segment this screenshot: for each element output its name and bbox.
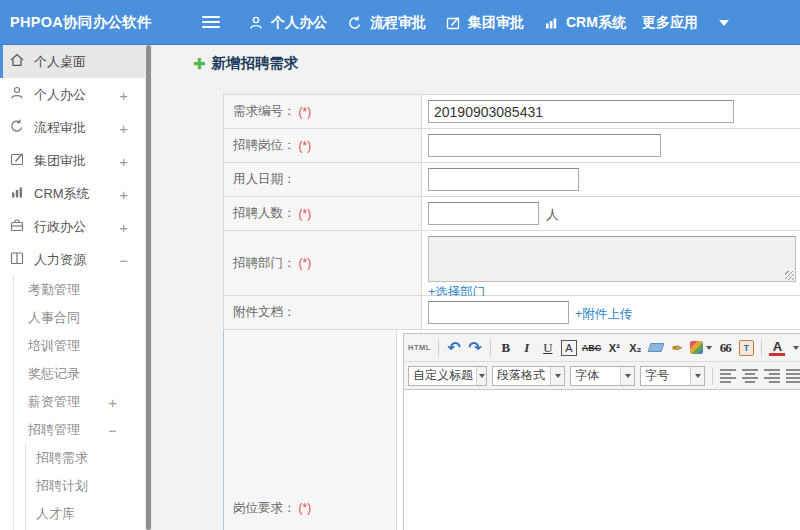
sidebar-item-hr-contract[interactable]: 人事合同 [0, 304, 145, 332]
topnav-group-approval[interactable]: 集团审批 [445, 0, 524, 45]
sidebar-item-label: 考勤管理 [28, 281, 80, 299]
user-icon [9, 85, 25, 104]
attachment-upload-link[interactable]: +附件上传 [575, 307, 632, 321]
field-label: 招聘部门： (*) [224, 231, 422, 295]
chart-icon [543, 15, 559, 31]
paste-button[interactable]: T [738, 338, 754, 358]
form-row-position: 招聘岗位： (*) [223, 129, 800, 163]
hamburger-menu-icon[interactable] [202, 16, 220, 29]
sidebar-scrollbar-thumb[interactable] [146, 45, 151, 530]
font-style-button[interactable]: A [561, 340, 577, 356]
sidebar-item-recruit-plan[interactable]: 招聘计划 [0, 472, 145, 500]
chevron-down-icon [476, 367, 486, 385]
italic-button[interactable]: I [519, 338, 535, 358]
align-justify-icon[interactable] [786, 369, 800, 383]
font-family-dropdown[interactable]: 字体 [570, 366, 635, 386]
superscript-button[interactable]: X² [606, 338, 622, 358]
sidebar-item-group-approval[interactable]: 集团审批 + [0, 144, 145, 177]
top-bar: PHPOA协同办公软件 个人办公 流程审批 集团审批 CRM系统 更多应用 [0, 0, 800, 45]
field-label: 岗位要求： (*) [224, 330, 397, 530]
required-mark: (*) [299, 256, 312, 270]
field-label: 附件文档： [224, 296, 422, 329]
chevron-down-icon [550, 367, 564, 385]
expand-icon[interactable]: + [119, 152, 128, 169]
form-row-req-no: 需求编号： (*) [223, 95, 800, 129]
html-source-button[interactable]: HTML [408, 338, 431, 358]
align-right-icon[interactable] [764, 369, 781, 383]
font-size-dropdown[interactable]: 字号 [640, 366, 705, 386]
blockquote-button[interactable]: 66 [717, 338, 733, 358]
sidebar-item-recruit-mgmt[interactable]: 招聘管理 − [0, 416, 145, 444]
underline-button[interactable]: U [540, 338, 556, 358]
topnav-label: CRM系统 [566, 14, 626, 32]
app-logo: PHPOA协同办公软件 [10, 0, 152, 45]
undo-icon[interactable]: ↶ [446, 338, 462, 358]
redo-icon[interactable]: ↷ [467, 338, 483, 358]
position-input[interactable] [428, 134, 661, 157]
sidebar-item-personal-desktop[interactable]: 个人桌面 [0, 45, 145, 78]
topnav-personal-office[interactable]: 个人办公 [248, 0, 327, 45]
custom-title-dropdown[interactable]: 自定义标题 [408, 366, 487, 386]
topnav-more-apps[interactable]: 更多应用 [642, 0, 729, 45]
collapse-icon[interactable]: − [119, 251, 128, 268]
format-brush-icon[interactable]: ✒ [669, 338, 685, 358]
headcount-input[interactable] [428, 202, 539, 225]
department-textarea[interactable] [428, 236, 796, 282]
color-palette-icon[interactable] [690, 338, 712, 358]
topnav-workflow-approval[interactable]: 流程审批 [347, 0, 426, 45]
caret-down-icon [719, 20, 729, 26]
expand-icon[interactable]: + [119, 86, 128, 103]
subscript-button[interactable]: X₂ [627, 338, 643, 358]
sidebar-item-personal-office[interactable]: 个人办公 + [0, 78, 145, 111]
sidebar-item-talent-pool[interactable]: 人才库 [0, 500, 145, 528]
sidebar-item-label: 招聘需求 [36, 449, 88, 467]
edit-icon [9, 151, 25, 170]
sidebar-item-attendance-mgmt[interactable]: 考勤管理 [0, 276, 145, 304]
eraser-icon[interactable] [648, 338, 664, 358]
sidebar-item-admin-office[interactable]: 行政办公 + [0, 210, 145, 243]
align-left-icon[interactable] [720, 369, 737, 383]
hire-date-input[interactable] [428, 168, 579, 191]
editor-content-area[interactable] [404, 390, 800, 530]
font-color-button[interactable]: A [769, 339, 785, 356]
sidebar-item-workflow-approval[interactable]: 流程审批 + [0, 111, 145, 144]
expand-icon[interactable]: + [119, 119, 128, 136]
field-label: 用人日期： [224, 163, 422, 196]
chart-icon [9, 184, 25, 203]
sidebar-scrollbar[interactable] [145, 45, 152, 530]
app-window: PHPOA协同办公软件 个人办公 流程审批 集团审批 CRM系统 更多应用 [0, 0, 800, 530]
expand-icon[interactable]: + [119, 185, 128, 202]
attachment-input[interactable] [428, 301, 569, 324]
sidebar-item-label: 流程审批 [34, 119, 86, 137]
sidebar-item-training-mgmt[interactable]: 培训管理 [0, 332, 145, 360]
strikethrough-button[interactable]: ABC [582, 338, 602, 358]
flow-icon [9, 118, 25, 137]
resize-grip-icon[interactable] [785, 271, 794, 280]
flow-icon [347, 15, 363, 31]
expand-icon[interactable]: + [108, 394, 117, 411]
sidebar-item-label: 人事合同 [28, 309, 80, 327]
chevron-down-icon [690, 367, 704, 385]
align-center-icon[interactable] [742, 369, 759, 383]
paragraph-format-dropdown[interactable]: 段落格式 [492, 366, 565, 386]
sidebar-item-label: 个人桌面 [34, 53, 86, 71]
recruit-demand-form: 需求编号： (*) 招聘岗位： (*) 用人日期： [223, 94, 800, 530]
sidebar-item-reward-punishment[interactable]: 奖惩记录 [0, 360, 145, 388]
sidebar-item-salary-mgmt[interactable]: 薪资管理 + [0, 388, 145, 416]
sidebar-item-recruit-demand[interactable]: 招聘需求 [0, 444, 145, 472]
sidebar-item-human-resources[interactable]: 人力资源 − [0, 243, 145, 276]
topnav-crm-system[interactable]: CRM系统 [543, 0, 626, 45]
bold-button[interactable]: B [498, 338, 514, 358]
expand-icon[interactable]: + [119, 218, 128, 235]
page-title-text: 新增招聘需求 [212, 54, 299, 73]
sidebar-item-label: 行政办公 [34, 218, 86, 236]
page-title: ✚ 新增招聘需求 [193, 54, 299, 73]
collapse-icon[interactable]: − [108, 422, 117, 439]
req-no-input[interactable] [428, 100, 734, 123]
sidebar-item-crm-system[interactable]: CRM系统 + [0, 177, 145, 210]
briefcase-icon [9, 217, 25, 236]
form-row-requirements: 岗位要求： (*) HTML ↶ ↷ B I U [223, 330, 800, 530]
toolbar-divider [712, 367, 713, 385]
topnav-label: 集团审批 [468, 14, 524, 32]
plus-icon: ✚ [193, 55, 206, 73]
